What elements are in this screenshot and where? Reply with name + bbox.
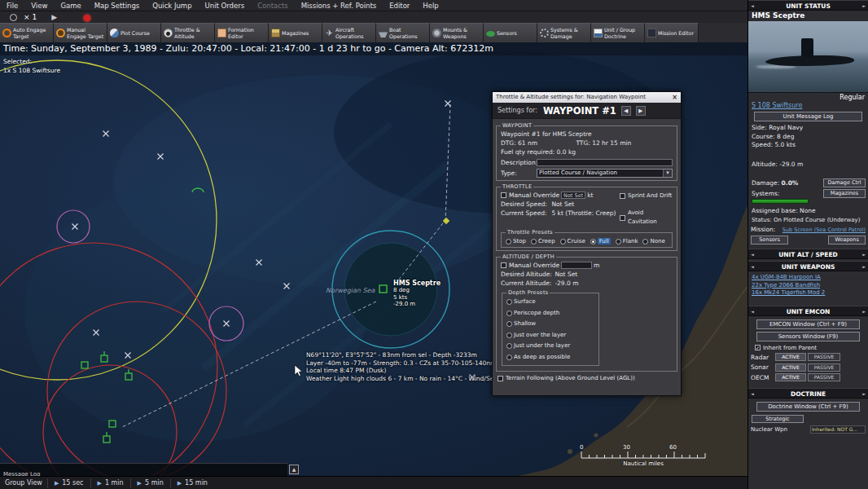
throttle-preset-stop[interactable]: Stop (506, 238, 526, 244)
systems-damage-button[interactable]: Systems & Damage (537, 23, 591, 42)
description-input[interactable] (537, 159, 673, 166)
mounts-weapons-button[interactable]: Mounts & Weapons (430, 23, 484, 42)
doctrine-header[interactable]: ◄ DOCTRINE ► (748, 388, 868, 399)
menu-map-settings[interactable]: Map Settings (88, 0, 147, 11)
radar-passive-button[interactable]: PASSIVE (808, 353, 840, 361)
step-1min-button[interactable]: ▶ 1 min (91, 477, 130, 489)
depth-preset-over-layer[interactable]: Just over the layer (506, 330, 594, 341)
compass-rose-icon[interactable] (10, 14, 17, 21)
unit-weapons-header[interactable]: ◄ UNIT WEAPONS ► (748, 261, 868, 271)
magazines-button-side[interactable]: Magazines (823, 189, 866, 198)
oecm-passive-button[interactable]: PASSIVE (808, 373, 840, 381)
weapon-link-tigerfish[interactable]: 16x Mk24 Tigerfish Mod 2 (748, 289, 868, 297)
waypoint-ttg: TTG: 12 hr 15 min (576, 139, 631, 147)
unit-message-log-button[interactable]: Unit Message Log (754, 112, 862, 121)
depth-preset-periscope[interactable]: Periscope depth (506, 308, 594, 319)
plot-course-button[interactable]: Plot Course (107, 23, 161, 42)
throttle-group: THROTTLE Manual Override Not Set kt Desi… (496, 183, 677, 251)
throttle-manual-value[interactable]: Not Set (561, 192, 585, 199)
bottom-control-bar: Group View ▶ 15 sec ▶ 1 min ▶ 5 min ▶ 15… (0, 476, 747, 489)
damage-ctrl-button[interactable]: Damage Ctrl (823, 178, 866, 187)
menu-view[interactable]: View (24, 0, 54, 11)
sensors-button[interactable]: Sensors (484, 23, 537, 42)
sprint-and-drift-checkbox[interactable] (620, 193, 625, 199)
oecm-active-button[interactable]: ACTIVE (775, 373, 806, 381)
playback-controls: × 1 ▶ ● (0, 11, 747, 23)
dialog-titlebar[interactable]: Throttle & Altitude settings for: Naviga… (493, 92, 681, 103)
unit-group-doctrine-button[interactable]: Unit / Group Doctrine (591, 23, 645, 42)
terrain-following-checkbox[interactable] (498, 376, 503, 381)
auto-engage-icon (2, 29, 11, 37)
depth-preset-deep[interactable]: As deep as possible (506, 352, 594, 363)
inherit-from-parent-checkbox[interactable]: ✓ (755, 345, 761, 350)
unit-name: HMS Sceptre (748, 11, 868, 21)
step-15min-button[interactable]: ▶ 15 min (171, 477, 214, 489)
altitude-manual-override-checkbox[interactable] (501, 262, 506, 268)
prev-waypoint-button[interactable]: ◀ (621, 106, 631, 116)
emcon-radar-label: Radar (751, 354, 775, 361)
systems-label: Systems: (751, 190, 823, 197)
time-compression-value[interactable]: × 1 (24, 13, 37, 21)
sonar-passive-button[interactable]: PASSIVE (808, 363, 840, 372)
type-label: Type: (501, 169, 537, 178)
mission-editor-button[interactable]: Mission Editor (645, 23, 699, 42)
menu-unit-orders[interactable]: Unit Orders (199, 0, 252, 11)
doctrine-window-button[interactable]: Doctrine Window (Ctrl + F9) (756, 402, 860, 412)
throttle-preset-cruise[interactable]: Cruise (560, 238, 585, 244)
throttle-altitude-button[interactable]: Throttle & Altitude (161, 23, 215, 42)
unit-status-header[interactable]: ◄ UNIT STATUS ► (748, 0, 868, 11)
auto-engage-target-button[interactable]: Auto Engage Target (0, 23, 54, 42)
play-icon[interactable]: ▶ (51, 13, 57, 21)
radar-active-button[interactable]: ACTIVE (775, 353, 806, 361)
menu-missions-ref-points[interactable]: Missions + Ref. Points (295, 0, 384, 11)
menu-editor[interactable]: Editor (383, 0, 416, 11)
close-icon[interactable]: × (672, 92, 677, 103)
throttle-preset-full[interactable]: Full (590, 238, 611, 244)
message-log-bar[interactable]: Message Log ▲ (0, 463, 287, 476)
throttle-preset-flank[interactable]: Flank (616, 238, 638, 244)
unit-emcon-header[interactable]: ◄ UNIT EMCON ► (748, 306, 868, 316)
throttle-manual-override-label: Manual Override (509, 191, 559, 200)
magazines-button[interactable]: Magazines (269, 23, 322, 42)
terrain-following-label: Terrain Following (Above Ground Level (A… (506, 374, 635, 383)
strategic-button[interactable]: Strategic (752, 415, 804, 423)
avoid-cavitation-checkbox[interactable] (620, 215, 625, 221)
sensors-button-side[interactable]: Sensors (751, 236, 788, 244)
menu-file[interactable]: File (0, 0, 24, 11)
throttle-preset-none[interactable]: None (642, 238, 664, 244)
altitude-manual-input[interactable] (561, 262, 592, 269)
mission-link[interactable]: Sub Screen (Sea Control Patrol) (775, 227, 866, 233)
manual-engage-target-button[interactable]: Manual Engage Target (54, 23, 107, 42)
sensors-window-button[interactable]: Sensors Window (F9) (756, 332, 860, 341)
depth-preset-surface[interactable]: Surface (506, 297, 594, 308)
damage-readout: Damage: 0.0% (751, 179, 823, 187)
next-waypoint-button[interactable]: ▶ (636, 106, 646, 116)
waypoint-type-select[interactable]: Plotted Course / Navigation ▾ (537, 169, 673, 178)
throttle-preset-creep[interactable]: Creep (531, 238, 555, 244)
waypoint-fuel: Fuel qty required: 0.0 kg (501, 148, 673, 156)
throttle-manual-override-checkbox[interactable] (501, 192, 506, 198)
step-15sec-button[interactable]: ▶ 15 sec (48, 477, 90, 489)
unit-class-link[interactable]: S 108 Swiftsure (748, 102, 868, 110)
depth-preset-shallow[interactable]: Shallow (506, 319, 594, 330)
boat-operations-button[interactable]: Boat Operations (376, 23, 430, 42)
menu-game[interactable]: Game (54, 0, 87, 11)
weapon-link-bandfish[interactable]: 22x Type 2066 Bandfish (748, 282, 868, 290)
group-view-label[interactable]: Group View (0, 479, 47, 487)
formation-editor-button[interactable]: Formation Editor (215, 23, 269, 42)
menu-quick-jump[interactable]: Quick Jump (146, 0, 198, 11)
nuclear-weapons-value[interactable]: Inherited: NOT G... (810, 425, 866, 434)
step-5min-button[interactable]: ▶ 5 min (131, 477, 170, 489)
weapon-link-harpoon[interactable]: 4x UGM-84B Harpoon IA (748, 274, 868, 282)
emcon-window-button[interactable]: EMCON Window (Ctrl + F9) (756, 319, 860, 329)
sonar-active-button[interactable]: ACTIVE (775, 363, 806, 372)
unit-alt-speed-header[interactable]: ◄ UNIT ALT / SPEED ► (748, 249, 868, 259)
message-log-expand-button[interactable]: ▲ (289, 465, 299, 474)
menu-contacts[interactable]: Contacts (251, 0, 295, 11)
menu-help[interactable]: Help (416, 0, 445, 11)
ownship-depth: -29.0 m (393, 301, 441, 308)
record-icon[interactable]: ● (83, 12, 91, 23)
depth-preset-under-layer[interactable]: Just under the layer (506, 341, 594, 352)
weapons-button-side[interactable]: Weapons (828, 236, 866, 244)
aircraft-operations-button[interactable]: ✈ Aircraft Operations (322, 23, 376, 42)
